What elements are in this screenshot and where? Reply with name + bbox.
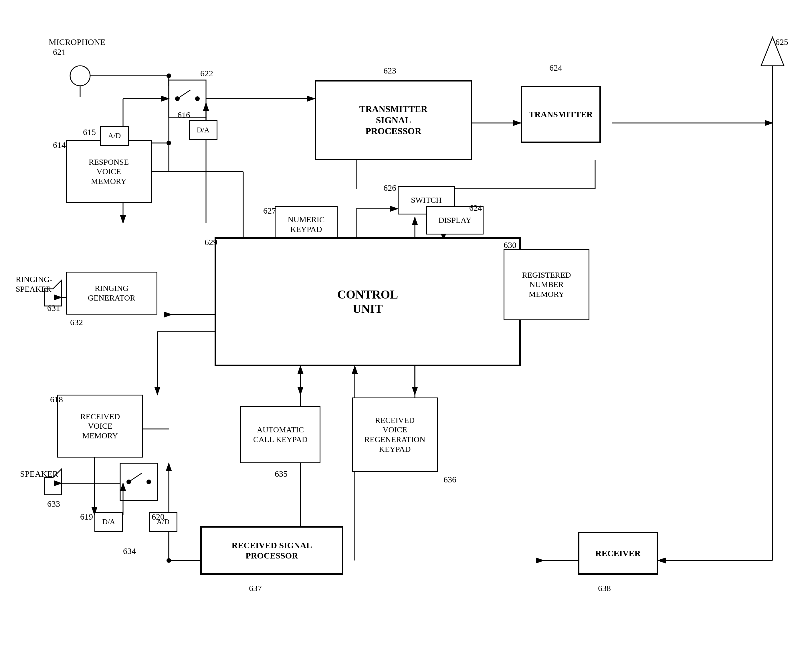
label-633: 633 [47, 499, 60, 509]
received-voice-memory-label: RECEIVEDVOICEMEMORY [80, 412, 120, 441]
transmitter-block: TRANSMITTER [521, 86, 601, 143]
da-converter-1-block: D/A [189, 120, 218, 140]
svg-point-23 [167, 141, 171, 145]
ad-converter-1-label: A/D [108, 131, 121, 140]
speaker-label: SPEAKER [20, 469, 58, 479]
label-618: 618 [50, 395, 63, 404]
label-637: 637 [249, 584, 262, 593]
microphone-label: MICROPHONE [49, 37, 105, 47]
transmitter-label: TRANSMITTER [529, 109, 593, 119]
response-voice-memory-block: RESPONSEVOICEMEMORY [66, 140, 152, 203]
svg-point-16 [147, 480, 151, 484]
ringing-speaker-label: RINGING-SPEAKER [16, 275, 52, 294]
svg-point-4 [70, 66, 90, 86]
ad-converter-1-block: A/D [100, 126, 129, 146]
registered-number-memory-label: REGISTEREDNUMBERMEMORY [522, 270, 571, 299]
diagram: TRANSMITTERSIGNALPROCESSOR TRANSMITTER S… [0, 0, 812, 654]
svg-rect-14 [120, 463, 157, 500]
label-623: 623 [383, 66, 396, 75]
label-624-mid: 624 [469, 203, 482, 213]
svg-point-12 [195, 96, 200, 101]
da-converter-2-block: D/A [94, 512, 123, 532]
label-622: 622 [200, 69, 213, 78]
label-620: 620 [152, 512, 164, 522]
label-619: 619 [80, 512, 93, 522]
transmitter-signal-processor-block: TRANSMITTERSIGNALPROCESSOR [315, 80, 472, 160]
label-626: 626 [383, 183, 396, 193]
label-632: 632 [70, 318, 83, 327]
received-voice-regeneration-keypad-label: RECEIVEDVOICEREGENERATIONKEYPAD [364, 416, 425, 454]
display-label: DISPLAY [438, 215, 472, 225]
da-converter-2-label: D/A [103, 517, 115, 526]
label-614: 614 [53, 140, 66, 150]
label-638: 638 [598, 584, 611, 593]
control-unit-label: CONTROLUNIT [337, 287, 398, 316]
received-voice-memory-block: RECEIVEDVOICEMEMORY [57, 395, 143, 458]
transmitter-signal-processor-label: TRANSMITTERSIGNALPROCESSOR [359, 104, 427, 136]
received-voice-regeneration-keypad-block: RECEIVEDVOICEREGENERATIONKEYPAD [352, 397, 438, 472]
automatic-call-keypad-label: AUTOMATICCALL KEYPAD [253, 425, 308, 444]
microphone-num: 621 [53, 47, 66, 57]
label-636: 636 [443, 475, 457, 484]
da-converter-1-label: D/A [197, 125, 210, 134]
label-631: 631 [47, 303, 60, 313]
label-624-top: 624 [549, 63, 562, 73]
label-615: 615 [83, 127, 96, 137]
received-signal-processor-label: RECEIVED SIGNALPROCESSOR [232, 540, 312, 561]
receiver-label: RECEIVER [595, 548, 640, 558]
ringing-generator-block: RINGINGGENERATOR [66, 272, 157, 315]
control-unit-block: CONTROLUNIT [214, 237, 521, 366]
label-625: 625 [775, 37, 788, 47]
label-630: 630 [504, 240, 516, 250]
label-635: 635 [275, 469, 288, 479]
numeric-keypad-label: NUMERICKEYPAD [288, 215, 325, 234]
label-629: 629 [205, 237, 218, 247]
switch-label: SWITCH [411, 195, 441, 205]
registered-number-memory-block: REGISTEREDNUMBERMEMORY [504, 249, 590, 320]
label-627: 627 [263, 206, 276, 215]
automatic-call-keypad-block: AUTOMATICCALL KEYPAD [241, 406, 320, 463]
label-616: 616 [178, 110, 190, 120]
label-634: 634 [123, 546, 136, 556]
received-signal-processor-block: RECEIVED SIGNALPROCESSOR [200, 526, 343, 575]
response-voice-memory-label: RESPONSEVOICEMEMORY [89, 157, 129, 186]
ringing-generator-label: RINGINGGENERATOR [88, 283, 135, 303]
receiver-block: RECEIVER [578, 532, 658, 575]
